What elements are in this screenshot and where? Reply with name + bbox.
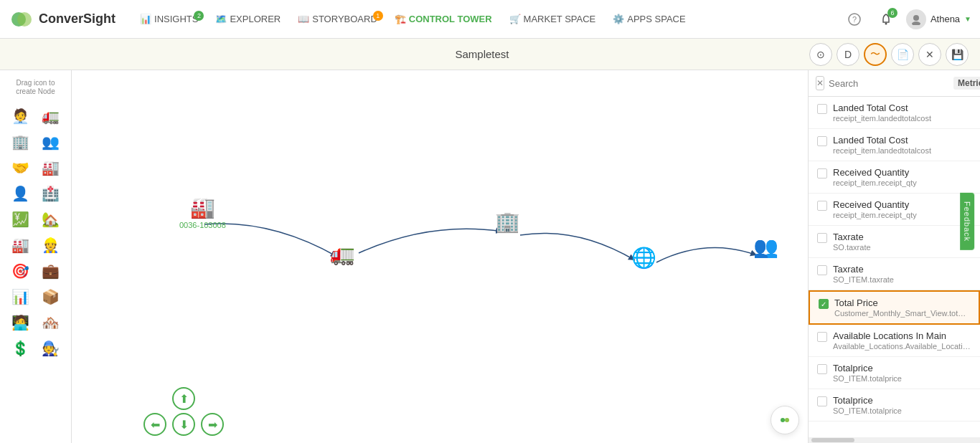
user-name: Athena <box>930 14 960 24</box>
svg-point-7 <box>781 418 785 422</box>
sidebar-icon-7-0[interactable]: 📊 <box>8 284 34 310</box>
metric-checkbox-alim[interactable] <box>817 332 827 342</box>
metric-item-tp1[interactable]: ✓Total PriceCustomer_Monthly_Smart_View.… <box>809 290 980 325</box>
metric-item-tpso1[interactable]: TotalpriceSO_ITEM.totalprice <box>809 357 980 389</box>
sidebar-icon-4-1[interactable]: 🏡 <box>38 206 64 232</box>
metrics-search-input[interactable] <box>829 78 949 89</box>
metric-name-ltc1: Landed Total Cost <box>833 103 971 113</box>
metric-item-tr2[interactable]: TaxrateSO_ITEM.taxrate <box>809 258 980 290</box>
subbar-btn-save[interactable]: 💾 <box>946 43 969 66</box>
metric-item-ltc1[interactable]: Landed Total Costreceipt_item.landedtota… <box>809 97 980 129</box>
canvas-node-1[interactable]: 🚛 <box>330 242 355 266</box>
metric-source-ltc2: receipt_item.landedtotalcost <box>833 146 971 155</box>
sidebar-icon-6-1[interactable]: 💼 <box>38 258 64 284</box>
metric-checkbox-tp1[interactable]: ✓ <box>819 299 829 309</box>
metric-item-tr1[interactable]: TaxrateSO.taxrate <box>809 226 980 258</box>
chat-icon <box>777 412 793 428</box>
metric-source-rq1: receipt_item.receipt_qty <box>833 178 971 187</box>
subbar-btn-dot[interactable]: ⊙ <box>809 43 832 66</box>
sidebar-icon-5-0[interactable]: 🏭 <box>8 232 34 258</box>
metric-item-ltc2[interactable]: Landed Total Costreceipt_item.landedtota… <box>809 129 980 161</box>
metric-info-tp1: Total PriceCustomer_Monthly_Smart_View.t… <box>834 297 970 318</box>
sidebar-icon-8-1[interactable]: 🏘️ <box>38 310 64 335</box>
node-icon-1: 🚛 <box>330 242 355 266</box>
nav-label-controltower: CONTROL TOWER <box>409 14 492 24</box>
sidebar-icon-3-1[interactable]: 🏥 <box>38 181 64 206</box>
nav-label-marketspace: MARKET SPACE <box>524 14 596 24</box>
sidebar-icon-row-3: 👤🏥 <box>6 181 65 206</box>
metric-info-alim: Available Locations In MainAvailable_Loc… <box>833 330 971 351</box>
notification-badge: 6 <box>887 8 897 18</box>
metric-name-rq2: Received Quantity <box>833 199 971 210</box>
sidebar-icon-2-1[interactable]: 🏭 <box>38 155 64 181</box>
canvas-node-2[interactable]: 🏢 <box>495 210 520 234</box>
metric-item-rq2[interactable]: Received Quantityreceipt_item.receipt_qt… <box>809 194 980 226</box>
metric-item-rq1[interactable]: Received Quantityreceipt_item.receipt_qt… <box>809 161 980 194</box>
sidebar-icon-3-0[interactable]: 👤 <box>8 181 34 206</box>
metrics-header: ✕ Metrics <box>809 70 980 97</box>
metric-checkbox-tpso1[interactable] <box>817 364 827 374</box>
notifications-button[interactable]: 6 <box>875 8 897 31</box>
user-area[interactable]: Athena ▼ <box>906 9 971 29</box>
subbar-btn-doc[interactable]: 📄 <box>891 43 914 66</box>
node-icon-2: 🏢 <box>495 210 520 234</box>
canvas-node-0[interactable]: 🏭0036-103008 <box>179 196 226 229</box>
sidebar-icon-9-0[interactable]: 💲 <box>8 335 34 361</box>
metric-checkbox-ltc2[interactable] <box>817 136 827 146</box>
sidebar-icon-9-1[interactable]: 🧑‍🔧 <box>38 335 64 361</box>
nav-label-insights: INSIGHTS <box>154 14 198 24</box>
nav-icon-controltower: 🏗️ <box>395 14 406 24</box>
subbar-btn-d[interactable]: D <box>837 43 859 66</box>
chat-bubble[interactable] <box>771 406 799 434</box>
nav-item-storyboard[interactable]: 📖STORYBOARD1 <box>291 9 385 29</box>
nav-icon-explorer: 🗺️ <box>215 14 227 24</box>
metrics-scrollbar[interactable] <box>809 437 980 443</box>
zoom-up-button[interactable]: ⬆ <box>172 387 195 410</box>
sidebar-icon-0-1[interactable]: 🚛 <box>38 103 64 129</box>
sidebar-icon-6-0[interactable]: 🎯 <box>8 258 34 284</box>
nav-item-explorer[interactable]: 🗺️EXPLORER <box>208 9 288 29</box>
sidebar-icon-0-0[interactable]: 🧑‍💼 <box>8 103 34 129</box>
canvas-node-3[interactable]: 🌐 <box>631 246 656 270</box>
metrics-scrollbar-thumb <box>811 438 854 442</box>
subbar-btn-close[interactable]: ✕ <box>918 43 941 66</box>
metric-item-alim[interactable]: Available Locations In MainAvailable_Loc… <box>809 325 980 357</box>
node-icon-0: 🏭 <box>190 196 215 219</box>
nav-left-button[interactable]: ⬅ <box>143 413 166 436</box>
metric-info-rq1: Received Quantityreceipt_item.receipt_qt… <box>833 167 971 187</box>
metric-checkbox-tpso2[interactable] <box>817 396 827 406</box>
metric-checkbox-rq2[interactable] <box>817 201 827 211</box>
sidebar-icon-row-2: 🤝🏭 <box>6 155 65 181</box>
canvas-node-4[interactable]: 👥 <box>753 235 778 259</box>
canvas-area[interactable]: 🏭0036-103008🚛🏢🌐👥 ⬆ ⬅ ⬇ ➡ <box>72 70 808 443</box>
nav-item-marketspace[interactable]: 🛒MARKET SPACE <box>502 9 603 29</box>
nav-down-button[interactable]: ⬇ <box>172 413 195 436</box>
sidebar-icon-2-0[interactable]: 🤝 <box>8 155 34 181</box>
sidebar-icon-4-0[interactable]: 💹 <box>8 206 34 232</box>
sidebar-icon-8-0[interactable]: 🧑‍💻 <box>8 310 34 335</box>
metric-item-tpso2[interactable]: TotalpriceSO_ITEM.totalprice <box>809 389 980 421</box>
metric-checkbox-ltc1[interactable] <box>817 104 827 114</box>
nav-item-appsspace[interactable]: ⚙️APPS SPACE <box>606 9 692 29</box>
sidebar-icon-row-9: 💲🧑‍🔧 <box>6 335 65 361</box>
nav-item-insights[interactable]: 📊INSIGHTS2 <box>133 9 205 29</box>
metrics-close-button[interactable]: ✕ <box>816 76 824 90</box>
logo-area[interactable]: ConverSight <box>9 6 116 32</box>
nav-icon-storyboard: 📖 <box>298 14 309 24</box>
help-button[interactable]: ? <box>843 8 866 31</box>
sidebar-icon-1-0[interactable]: 🏢 <box>8 129 34 155</box>
metric-checkbox-tr2[interactable] <box>817 265 827 275</box>
sidebar-icon-1-1[interactable]: 👥 <box>38 129 64 155</box>
metric-name-tr1: Taxrate <box>833 232 971 242</box>
feedback-tab[interactable]: Feedback <box>960 193 974 250</box>
metric-name-rq1: Received Quantity <box>833 167 971 178</box>
metric-checkbox-rq1[interactable] <box>817 168 827 178</box>
metric-name-tr2: Taxrate <box>833 264 971 275</box>
nav-right-button[interactable]: ➡ <box>201 413 224 436</box>
metric-checkbox-tr1[interactable] <box>817 233 827 243</box>
subbar-btn-chart[interactable]: 〜 <box>864 43 887 66</box>
sidebar-icon-5-1[interactable]: 👷 <box>38 232 64 258</box>
navbar: ConverSight 📊INSIGHTS2🗺️EXPLORER📖STORYBO… <box>0 0 980 39</box>
sidebar-icon-7-1[interactable]: 📦 <box>38 284 64 310</box>
nav-item-controltower[interactable]: 🏗️CONTROL TOWER <box>387 9 499 29</box>
